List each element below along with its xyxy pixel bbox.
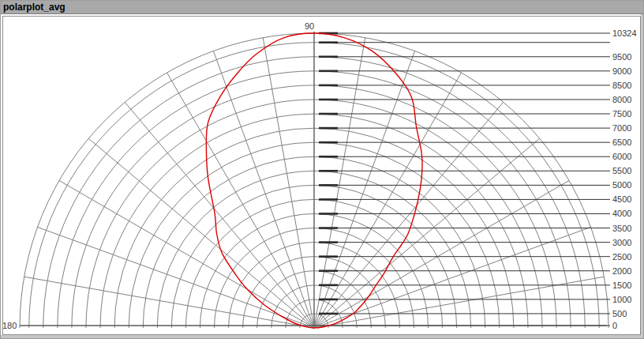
plot-frame (2, 16, 641, 335)
plot-window: polarplot_avg 10324950090008500800075007… (0, 0, 644, 339)
window-right-edge (641, 14, 643, 338)
window-titlebar[interactable]: polarplot_avg (1, 1, 643, 14)
window-bottom-edge (1, 335, 643, 338)
window-title: polarplot_avg (3, 2, 66, 13)
